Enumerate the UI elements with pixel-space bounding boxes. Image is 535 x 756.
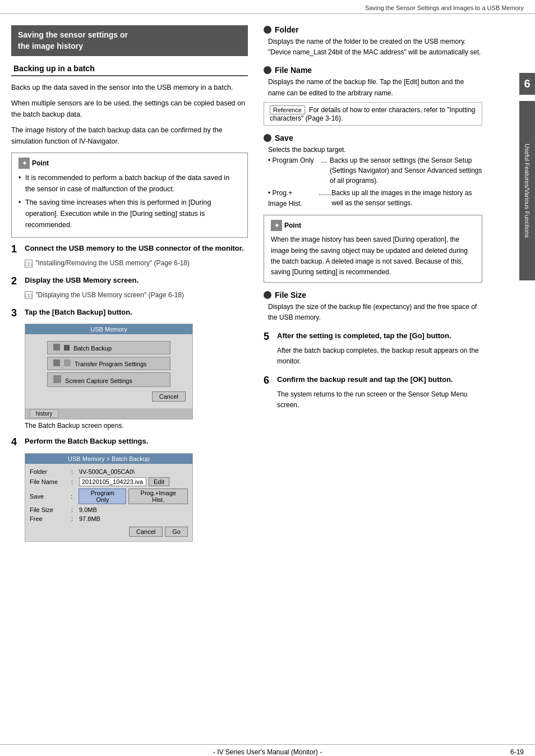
filename-heading: File Name (264, 66, 482, 75)
point-box: ✦ Point It is recommended to perform a b… (11, 153, 248, 238)
step-3-title: Tap the [Batch Backup] button. (25, 307, 132, 317)
step-5-title: After the setting is completed, tap the … (277, 331, 451, 341)
filesize-bullet-icon (264, 291, 271, 299)
history-tab[interactable]: history (30, 409, 58, 418)
filename-heading-text: File Name (275, 66, 312, 75)
step-3-number: 3 (11, 307, 22, 320)
step-1: 1 Connect the USB memory to the USB conn… (11, 243, 248, 269)
save-body: Selects the backup target. (268, 145, 482, 155)
batch-icon2 (64, 345, 70, 351)
screen1-cancel-btn[interactable]: Cancel (152, 391, 186, 402)
folder-label: Folder (30, 468, 69, 475)
ref-icon-2: □□ (25, 291, 33, 299)
step-1-title: Connect the USB memory to the USB connec… (25, 243, 244, 253)
filename-bullet-icon (264, 66, 271, 74)
go-btn[interactable]: Go (165, 527, 188, 537)
screen1-title: USB Memory (25, 324, 192, 334)
step-4: 4 Perform the Batch Backup settings. USB… (11, 436, 248, 542)
folder-heading-text: Folder (275, 25, 299, 34)
step-2-ref: □□ "Displaying the USB Memory screen" (P… (25, 290, 248, 301)
step-2-number: 2 (11, 275, 22, 288)
header-title: Saving the Sensor Settings and Images to… (365, 4, 524, 11)
reference-tag: Reference (270, 105, 305, 114)
step-4-header: 4 Perform the Batch Backup settings. (11, 436, 248, 449)
folder-section: Folder Displays the name of the folder t… (264, 25, 482, 58)
transfer-btn[interactable]: Transfer Program Settings (47, 357, 170, 370)
filesize-heading-text: File Size (275, 291, 306, 299)
filename-section: File Name Displays the name of the backu… (264, 66, 482, 125)
edit-btn[interactable]: Edit (149, 477, 169, 486)
save-label-1: • Program Only (268, 155, 319, 166)
save-row-1: • Program Only ... Backs up the sensor s… (268, 155, 482, 186)
right-column: Folder Displays the name of the folder t… (258, 20, 505, 554)
step-2-title: Display the USB Memory screen. (25, 275, 139, 285)
step-3: 3 Tap the [Batch Backup] button. USB Mem… (11, 307, 248, 430)
step-6-right: 6 Confirm the backup result and tap the … (264, 375, 482, 411)
body-text-3: The image history of the batch backup da… (11, 125, 248, 147)
free-row: Free : 97.8MB (30, 515, 188, 522)
body-text-2: When multiple sensors are to be used, th… (11, 98, 248, 120)
step-1-ref: □□ "Installing/Removing the USB memory" … (25, 258, 248, 269)
step-4-title: Perform the Batch Backup settings. (25, 436, 148, 446)
filesize-heading: File Size (264, 291, 482, 299)
point-bullet-2: The saving time increases when this is p… (19, 197, 241, 231)
step-5-header: 5 After the setting is completed, tap th… (264, 331, 482, 343)
step-4-number: 4 (11, 436, 22, 449)
side-tab-number: 6 (519, 73, 535, 95)
section-title: Saving the sensor settings or the image … (11, 25, 248, 56)
screen-capture-btn[interactable]: Screen Capture Settings (47, 372, 170, 387)
save-dots-2: ....... (319, 188, 331, 199)
step-1-header: 1 Connect the USB memory to the USB conn… (11, 243, 248, 256)
ref-icon-1: □□ (25, 260, 33, 268)
save-heading: Save (264, 133, 482, 142)
save-row: Save : Program Only Prog.+Image Hist. (30, 488, 188, 504)
point-icon: ✦ (19, 158, 30, 169)
save-section: Save Selects the backup target. • Progra… (264, 133, 482, 283)
save-table: • Program Only ... Backs up the sensor s… (268, 155, 482, 209)
screen2-title: USB Memory > Batch Backup (25, 454, 192, 464)
save-label-field: Save (30, 493, 68, 500)
filesize-label: File Size (30, 506, 69, 513)
screen1-cancel-row: Cancel (30, 389, 188, 404)
step3-caption: The Batch Backup screen opens. (25, 422, 248, 430)
point-icon-right: ✦ (271, 220, 282, 231)
prog-image-hist-btn[interactable]: Prog.+Image Hist. (128, 488, 188, 504)
reference-box: Reference For details of how to enter ch… (264, 102, 482, 126)
step-6-number: 6 (264, 375, 275, 387)
batch-icon (53, 344, 60, 351)
screen1-body: Batch Backup Transfer Program Settings S… (25, 334, 192, 408)
filesize-body: Displays the size of the backup file (ex… (268, 302, 482, 323)
filename-input[interactable]: 20120105_104223.iva (79, 477, 146, 486)
side-tab-label: Useful Features/Various Functions (519, 101, 535, 280)
step-5-number: 5 (264, 331, 275, 343)
save-desc-1: Backs up the sensor settings (the Sensor… (330, 155, 482, 186)
point-text-right: When the image history has been saved [D… (271, 234, 475, 278)
step-5-body: After the batch backup completes, the ba… (277, 345, 482, 367)
step-3-header: 3 Tap the [Batch Backup] button. (11, 307, 248, 320)
filename-label: File Name (30, 478, 69, 485)
folder-heading: Folder (264, 25, 482, 34)
folder-body: Displays the name of the folder to be cr… (268, 36, 482, 58)
filename-row: File Name : 20120105_104223.iva Edit (30, 477, 188, 486)
point-box-header: ✦ Point (19, 158, 241, 169)
screen1-image: USB Memory Batch Backup Transfer Program… (25, 324, 193, 420)
body-text-1: Backs up the data saved in the sensor in… (11, 82, 248, 93)
step-5-right: 5 After the setting is completed, tap th… (264, 331, 482, 367)
save-dots-1: ... (319, 155, 330, 166)
step-1-number: 1 (11, 243, 22, 256)
free-value: 97.8MB (79, 515, 100, 522)
cancel-btn[interactable]: Cancel (129, 527, 163, 537)
step-6-title: Confirm the backup result and tap the [O… (277, 375, 453, 385)
left-column: Saving the sensor settings or the image … (0, 20, 258, 554)
program-only-btn[interactable]: Program Only (79, 488, 126, 504)
save-bullet-icon (264, 134, 271, 142)
folder-value: \IV-500CA_005CA0\ (79, 468, 135, 475)
filesize-section: File Size Displays the size of the backu… (264, 291, 482, 323)
filename-body: Displays the name of the backup file. Ta… (268, 77, 482, 98)
folder-bullet-icon (264, 26, 271, 34)
step-6-header: 6 Confirm the backup result and tap the … (264, 375, 482, 387)
batch-backup-btn[interactable]: Batch Backup (47, 341, 170, 354)
footer-right: 6-19 (353, 748, 524, 756)
step-2: 2 Display the USB Memory screen. □□ "Dis… (11, 275, 248, 301)
page-header: Saving the Sensor Settings and Images to… (0, 0, 535, 14)
